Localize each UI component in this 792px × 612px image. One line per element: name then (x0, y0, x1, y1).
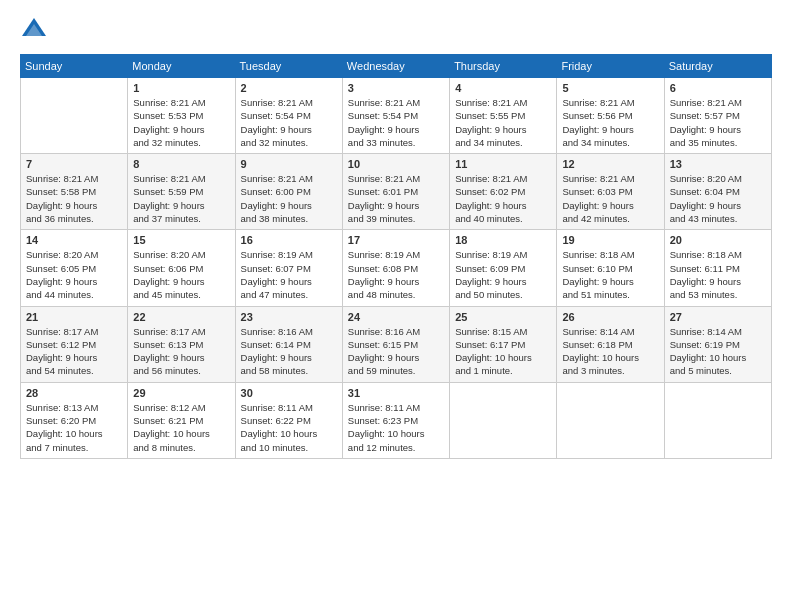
day-info: Sunrise: 8:21 AMSunset: 5:53 PMDaylight:… (133, 96, 229, 149)
page: SundayMondayTuesdayWednesdayThursdayFrid… (0, 0, 792, 612)
day-info: Sunrise: 8:17 AMSunset: 6:13 PMDaylight:… (133, 325, 229, 378)
day-number: 17 (348, 234, 444, 246)
day-number: 28 (26, 387, 122, 399)
calendar-cell: 6Sunrise: 8:21 AMSunset: 5:57 PMDaylight… (664, 78, 771, 154)
calendar-header-row: SundayMondayTuesdayWednesdayThursdayFrid… (21, 55, 772, 78)
day-info: Sunrise: 8:21 AMSunset: 5:59 PMDaylight:… (133, 172, 229, 225)
calendar-cell: 4Sunrise: 8:21 AMSunset: 5:55 PMDaylight… (450, 78, 557, 154)
calendar-cell: 12Sunrise: 8:21 AMSunset: 6:03 PMDayligh… (557, 154, 664, 230)
day-info: Sunrise: 8:14 AMSunset: 6:18 PMDaylight:… (562, 325, 658, 378)
day-header-monday: Monday (128, 55, 235, 78)
day-number: 29 (133, 387, 229, 399)
calendar-cell: 22Sunrise: 8:17 AMSunset: 6:13 PMDayligh… (128, 306, 235, 382)
calendar-cell (21, 78, 128, 154)
calendar-cell: 20Sunrise: 8:18 AMSunset: 6:11 PMDayligh… (664, 230, 771, 306)
calendar-cell: 30Sunrise: 8:11 AMSunset: 6:22 PMDayligh… (235, 382, 342, 458)
day-header-wednesday: Wednesday (342, 55, 449, 78)
calendar-cell: 31Sunrise: 8:11 AMSunset: 6:23 PMDayligh… (342, 382, 449, 458)
day-number: 25 (455, 311, 551, 323)
day-number: 8 (133, 158, 229, 170)
day-info: Sunrise: 8:13 AMSunset: 6:20 PMDaylight:… (26, 401, 122, 454)
day-number: 22 (133, 311, 229, 323)
day-info: Sunrise: 8:14 AMSunset: 6:19 PMDaylight:… (670, 325, 766, 378)
day-number: 27 (670, 311, 766, 323)
day-number: 20 (670, 234, 766, 246)
logo-icon (20, 16, 48, 44)
day-info: Sunrise: 8:19 AMSunset: 6:09 PMDaylight:… (455, 248, 551, 301)
calendar-cell: 1Sunrise: 8:21 AMSunset: 5:53 PMDaylight… (128, 78, 235, 154)
day-info: Sunrise: 8:21 AMSunset: 6:02 PMDaylight:… (455, 172, 551, 225)
calendar-week-5: 28Sunrise: 8:13 AMSunset: 6:20 PMDayligh… (21, 382, 772, 458)
day-number: 30 (241, 387, 337, 399)
day-info: Sunrise: 8:12 AMSunset: 6:21 PMDaylight:… (133, 401, 229, 454)
day-info: Sunrise: 8:19 AMSunset: 6:08 PMDaylight:… (348, 248, 444, 301)
day-number: 16 (241, 234, 337, 246)
logo (20, 16, 52, 44)
day-info: Sunrise: 8:21 AMSunset: 5:56 PMDaylight:… (562, 96, 658, 149)
day-number: 31 (348, 387, 444, 399)
calendar-cell (664, 382, 771, 458)
day-info: Sunrise: 8:21 AMSunset: 5:54 PMDaylight:… (348, 96, 444, 149)
day-info: Sunrise: 8:21 AMSunset: 5:57 PMDaylight:… (670, 96, 766, 149)
calendar-cell: 16Sunrise: 8:19 AMSunset: 6:07 PMDayligh… (235, 230, 342, 306)
calendar-cell: 2Sunrise: 8:21 AMSunset: 5:54 PMDaylight… (235, 78, 342, 154)
calendar-cell: 29Sunrise: 8:12 AMSunset: 6:21 PMDayligh… (128, 382, 235, 458)
day-info: Sunrise: 8:18 AMSunset: 6:10 PMDaylight:… (562, 248, 658, 301)
calendar-cell: 13Sunrise: 8:20 AMSunset: 6:04 PMDayligh… (664, 154, 771, 230)
calendar-cell: 21Sunrise: 8:17 AMSunset: 6:12 PMDayligh… (21, 306, 128, 382)
day-info: Sunrise: 8:11 AMSunset: 6:22 PMDaylight:… (241, 401, 337, 454)
day-info: Sunrise: 8:18 AMSunset: 6:11 PMDaylight:… (670, 248, 766, 301)
day-info: Sunrise: 8:21 AMSunset: 6:00 PMDaylight:… (241, 172, 337, 225)
day-number: 14 (26, 234, 122, 246)
calendar-cell: 23Sunrise: 8:16 AMSunset: 6:14 PMDayligh… (235, 306, 342, 382)
calendar-cell: 3Sunrise: 8:21 AMSunset: 5:54 PMDaylight… (342, 78, 449, 154)
calendar-cell: 15Sunrise: 8:20 AMSunset: 6:06 PMDayligh… (128, 230, 235, 306)
day-info: Sunrise: 8:21 AMSunset: 5:54 PMDaylight:… (241, 96, 337, 149)
calendar-cell: 19Sunrise: 8:18 AMSunset: 6:10 PMDayligh… (557, 230, 664, 306)
day-number: 3 (348, 82, 444, 94)
day-info: Sunrise: 8:21 AMSunset: 5:58 PMDaylight:… (26, 172, 122, 225)
day-number: 11 (455, 158, 551, 170)
day-number: 21 (26, 311, 122, 323)
day-info: Sunrise: 8:16 AMSunset: 6:15 PMDaylight:… (348, 325, 444, 378)
day-header-saturday: Saturday (664, 55, 771, 78)
calendar-cell: 26Sunrise: 8:14 AMSunset: 6:18 PMDayligh… (557, 306, 664, 382)
day-number: 12 (562, 158, 658, 170)
day-header-thursday: Thursday (450, 55, 557, 78)
calendar-cell (557, 382, 664, 458)
day-info: Sunrise: 8:20 AMSunset: 6:05 PMDaylight:… (26, 248, 122, 301)
day-info: Sunrise: 8:21 AMSunset: 6:01 PMDaylight:… (348, 172, 444, 225)
day-number: 6 (670, 82, 766, 94)
day-number: 24 (348, 311, 444, 323)
calendar-cell: 18Sunrise: 8:19 AMSunset: 6:09 PMDayligh… (450, 230, 557, 306)
day-number: 4 (455, 82, 551, 94)
calendar-cell: 24Sunrise: 8:16 AMSunset: 6:15 PMDayligh… (342, 306, 449, 382)
day-number: 26 (562, 311, 658, 323)
day-info: Sunrise: 8:21 AMSunset: 6:03 PMDaylight:… (562, 172, 658, 225)
day-header-friday: Friday (557, 55, 664, 78)
calendar-cell: 14Sunrise: 8:20 AMSunset: 6:05 PMDayligh… (21, 230, 128, 306)
day-info: Sunrise: 8:21 AMSunset: 5:55 PMDaylight:… (455, 96, 551, 149)
day-info: Sunrise: 8:11 AMSunset: 6:23 PMDaylight:… (348, 401, 444, 454)
calendar-week-2: 7Sunrise: 8:21 AMSunset: 5:58 PMDaylight… (21, 154, 772, 230)
calendar-week-1: 1Sunrise: 8:21 AMSunset: 5:53 PMDaylight… (21, 78, 772, 154)
calendar-cell: 9Sunrise: 8:21 AMSunset: 6:00 PMDaylight… (235, 154, 342, 230)
calendar-cell (450, 382, 557, 458)
calendar-cell: 5Sunrise: 8:21 AMSunset: 5:56 PMDaylight… (557, 78, 664, 154)
day-number: 18 (455, 234, 551, 246)
calendar: SundayMondayTuesdayWednesdayThursdayFrid… (20, 54, 772, 459)
day-number: 19 (562, 234, 658, 246)
calendar-week-3: 14Sunrise: 8:20 AMSunset: 6:05 PMDayligh… (21, 230, 772, 306)
day-number: 2 (241, 82, 337, 94)
day-number: 10 (348, 158, 444, 170)
calendar-cell: 11Sunrise: 8:21 AMSunset: 6:02 PMDayligh… (450, 154, 557, 230)
day-info: Sunrise: 8:20 AMSunset: 6:06 PMDaylight:… (133, 248, 229, 301)
header (20, 16, 772, 44)
day-info: Sunrise: 8:17 AMSunset: 6:12 PMDaylight:… (26, 325, 122, 378)
calendar-week-4: 21Sunrise: 8:17 AMSunset: 6:12 PMDayligh… (21, 306, 772, 382)
day-number: 13 (670, 158, 766, 170)
day-info: Sunrise: 8:15 AMSunset: 6:17 PMDaylight:… (455, 325, 551, 378)
calendar-cell: 10Sunrise: 8:21 AMSunset: 6:01 PMDayligh… (342, 154, 449, 230)
day-header-sunday: Sunday (21, 55, 128, 78)
calendar-cell: 8Sunrise: 8:21 AMSunset: 5:59 PMDaylight… (128, 154, 235, 230)
